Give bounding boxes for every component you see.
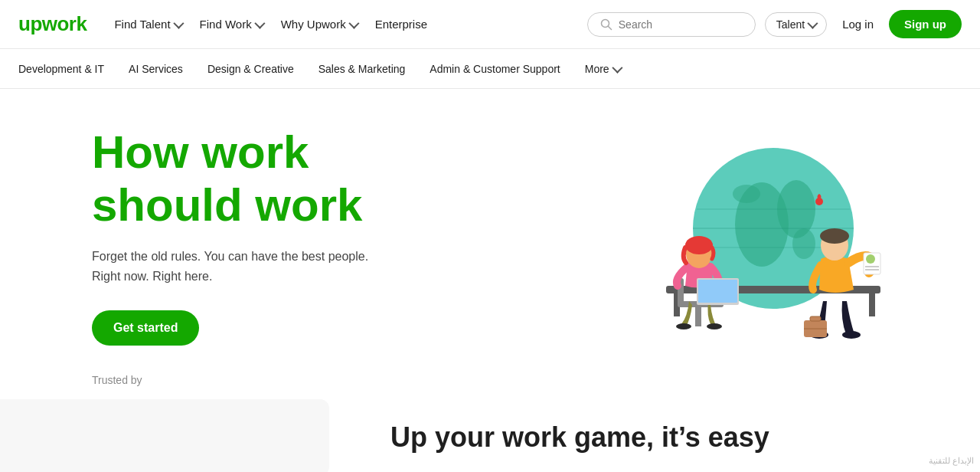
nav-ai-services[interactable]: AI Services bbox=[129, 63, 183, 75]
talent-dropdown[interactable]: Talent bbox=[765, 12, 827, 37]
svg-point-29 bbox=[820, 228, 849, 244]
bottom-right-content: Up your work game, it’s easy bbox=[329, 409, 980, 466]
search-icon bbox=[600, 18, 612, 31]
nav-find-work[interactable]: Find Work bbox=[200, 18, 263, 31]
top-navigation: upwork Find Talent Find Work Why Upwork … bbox=[0, 0, 980, 49]
logo-text: upwork bbox=[18, 12, 87, 36]
signup-button[interactable]: Sign up bbox=[889, 10, 962, 38]
category-navigation: Development & IT AI Services Design & Cr… bbox=[0, 49, 980, 89]
hero-title: How work should work bbox=[92, 126, 597, 231]
svg-rect-20 bbox=[698, 280, 737, 303]
svg-rect-26 bbox=[810, 316, 821, 321]
trusted-label: Trusted by bbox=[92, 374, 142, 386]
svg-point-17 bbox=[676, 323, 691, 329]
chevron-down-icon bbox=[348, 18, 359, 28]
svg-rect-15 bbox=[695, 307, 701, 326]
svg-point-5 bbox=[733, 185, 760, 203]
nav-enterprise[interactable]: Enterprise bbox=[375, 18, 427, 31]
logo[interactable]: upwork bbox=[18, 12, 87, 36]
chevron-down-icon bbox=[173, 18, 184, 28]
bottom-left-panel bbox=[0, 399, 329, 472]
bottom-section: Up your work game, it’s easy bbox=[0, 399, 980, 472]
svg-line-1 bbox=[608, 26, 611, 29]
nav-more[interactable]: More bbox=[585, 63, 620, 75]
watermark: الإبداع للتقنية bbox=[929, 456, 974, 466]
get-started-button[interactable]: Get started bbox=[92, 310, 199, 346]
search-bar[interactable] bbox=[587, 12, 756, 37]
hero-content: How work should work Forget the old rule… bbox=[92, 126, 597, 346]
svg-point-31 bbox=[866, 254, 875, 264]
top-nav-right: Talent Log in Sign up bbox=[587, 10, 962, 38]
hero-illustration bbox=[597, 129, 919, 343]
chevron-down-icon bbox=[807, 18, 818, 28]
nav-sales-marketing[interactable]: Sales & Marketing bbox=[318, 63, 406, 75]
trusted-section: Trusted by bbox=[0, 361, 980, 387]
hero-section: How work should work Forget the old rule… bbox=[0, 89, 980, 361]
hero-illustration-container bbox=[597, 129, 919, 343]
login-button[interactable]: Log in bbox=[836, 18, 880, 31]
top-nav-links: Find Talent Find Work Why Upwork Enterpr… bbox=[114, 18, 565, 31]
nav-development-it[interactable]: Development & IT bbox=[18, 63, 104, 75]
chevron-down-icon bbox=[612, 62, 622, 73]
nav-why-upwork[interactable]: Why Upwork bbox=[281, 18, 357, 31]
svg-point-22 bbox=[685, 236, 713, 254]
search-input[interactable] bbox=[619, 18, 718, 31]
svg-point-24 bbox=[842, 331, 861, 339]
nav-find-talent[interactable]: Find Talent bbox=[114, 18, 181, 31]
chevron-down-icon bbox=[254, 18, 265, 28]
hero-subtitle: Forget the old rules. You can have the b… bbox=[92, 247, 597, 286]
svg-rect-13 bbox=[869, 293, 875, 316]
svg-point-18 bbox=[707, 323, 722, 329]
nav-admin-support[interactable]: Admin & Customer Support bbox=[430, 63, 560, 75]
svg-point-6 bbox=[792, 228, 815, 259]
bottom-title: Up your work game, it’s easy bbox=[390, 421, 919, 454]
nav-design-creative[interactable]: Design & Creative bbox=[207, 63, 294, 75]
